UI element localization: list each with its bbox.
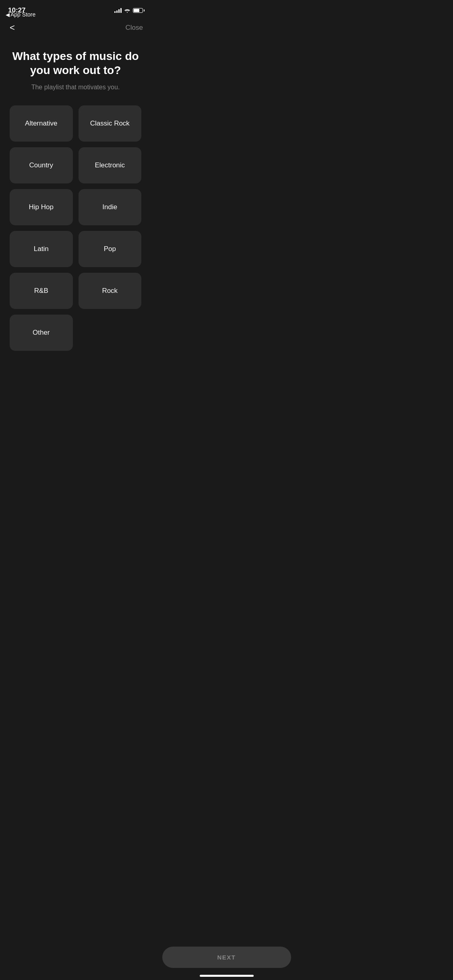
genre-button-rock[interactable]: Rock: [79, 273, 142, 309]
genre-button-latin[interactable]: Latin: [10, 231, 73, 267]
genre-button-electronic[interactable]: Electronic: [79, 147, 142, 183]
genre-button-rnb[interactable]: R&B: [10, 273, 73, 309]
genre-button-indie[interactable]: Indie: [79, 189, 142, 225]
page-subtitle: The playlist that motivates you.: [10, 84, 141, 91]
main-content: What types of music do you work out to? …: [0, 41, 151, 399]
genre-button-hip-hop[interactable]: Hip Hop: [10, 189, 73, 225]
battery-icon: [133, 8, 143, 13]
genre-button-classic-rock[interactable]: Classic Rock: [79, 105, 142, 142]
page-title: What types of music do you work out to?: [10, 49, 141, 77]
status-icons: [114, 8, 143, 13]
back-button[interactable]: <: [8, 21, 17, 35]
app-store-back: ◀ App Store: [6, 11, 35, 18]
genre-button-other[interactable]: Other: [10, 315, 73, 351]
wifi-icon: [124, 8, 130, 13]
genre-button-alternative[interactable]: Alternative: [10, 105, 73, 142]
close-button[interactable]: Close: [126, 24, 143, 32]
signal-icon: [114, 8, 122, 13]
genre-grid: AlternativeClassic RockCountryElectronic…: [10, 105, 141, 351]
genre-button-pop[interactable]: Pop: [79, 231, 142, 267]
genre-button-country[interactable]: Country: [10, 147, 73, 183]
nav-bar: < Close: [0, 18, 151, 41]
